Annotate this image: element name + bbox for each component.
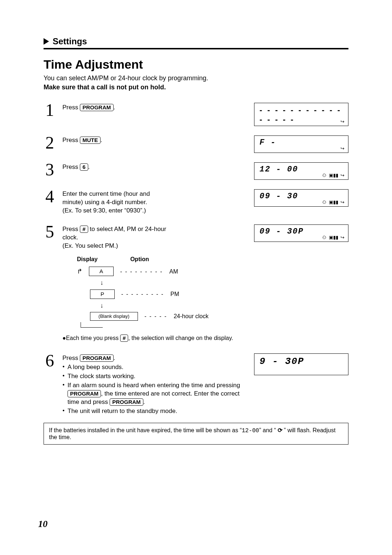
loop-arrow-icon: ↱ (77, 267, 82, 276)
arrow-icon (340, 119, 344, 124)
lcd-display-4: 09 - 30 (254, 189, 348, 207)
step-body: Press PROGRAM. (62, 101, 248, 112)
col-option: Option (130, 255, 149, 263)
clock-icon (322, 199, 327, 205)
step-body: Press PROGRAM. A long beep sounds. The c… (62, 352, 248, 416)
hash-button-label: # (120, 335, 128, 342)
program-button-label: PROGRAM (80, 104, 113, 111)
down-arrow-icon: ↓ (100, 278, 248, 287)
lcd-text: 9 - 30P (260, 356, 344, 367)
text: Press # to select AM, PM or 24-hour (62, 225, 248, 234)
lcd-icons (322, 235, 344, 240)
arrow-icon (340, 235, 344, 240)
list-item: If an alarm sound is heard when entering… (62, 381, 248, 406)
step-number: 5 (44, 223, 56, 240)
col-display: Display (77, 255, 98, 263)
text: Press PROGRAM. (62, 354, 248, 362)
table-row: P - - - - - - - - - PM (77, 289, 248, 299)
lcd-icons (340, 119, 344, 124)
clock-icon (322, 235, 327, 240)
text: minute) using a 4-digit number. (62, 198, 248, 207)
step-3: 3 Press 6. 12 - 00 (44, 161, 348, 180)
battery-icon (329, 199, 338, 205)
step-number: 2 (44, 134, 56, 151)
table-header: Display Option (77, 255, 248, 263)
text: Press (62, 355, 80, 361)
lcd-column: 9 - 30P (254, 352, 348, 375)
step-number: 4 (44, 188, 56, 205)
intro-line-1: You can select AM/PM or 24-hour clock by… (44, 74, 348, 82)
step-5: 5 Press # to select AM, PM or 24-hour cl… (44, 223, 348, 344)
display-box: (Blank display) (90, 312, 138, 321)
divider (44, 48, 348, 49)
dash-icon: - - - - - (144, 312, 167, 320)
lcd-icons (322, 199, 344, 205)
step-body: Press 6. (62, 161, 248, 171)
loop-line-icon (81, 322, 103, 328)
text: . (114, 355, 115, 361)
step-1: 1 Press PROGRAM. - - - - - - - - - - - -… (44, 101, 348, 126)
text: Each time you press (66, 335, 120, 341)
lcd-display-6: 9 - 30P (254, 353, 348, 375)
lcd-column: 09 - 30 (254, 188, 348, 207)
list-item: The unit will return to the standby mode… (62, 407, 248, 416)
step-body: Enter the current time (hour and minute)… (62, 188, 248, 215)
text: . (114, 104, 115, 111)
table-row: ↱ A - - - - - - - - - AM (77, 267, 248, 276)
display-box: A (89, 267, 114, 276)
lcd-text: - - - - - - - - - - - - - - - - (260, 105, 344, 124)
step-2: 2 Press MUTE. F - (44, 134, 348, 153)
section-header: Settings (44, 36, 348, 46)
lcd-column: - - - - - - - - - - - - - - - - (254, 101, 348, 126)
play-icon (44, 38, 49, 45)
clock-icon (322, 173, 327, 178)
lcd-display-5: 09 - 30P (254, 224, 348, 242)
step-4: 4 Enter the current time (hour and minut… (44, 188, 348, 215)
manual-page: Settings Time Adjustment You can select … (0, 0, 392, 555)
text: If an alarm sound is heard when entering… (68, 382, 240, 389)
text: clock. (62, 234, 248, 242)
bullet-list: A long beep sounds. The clock starts wor… (62, 363, 248, 416)
text: Enter the current time (hour and (62, 190, 248, 198)
display-option-table: Display Option ↱ A - - - - - - - - - AM … (77, 255, 248, 328)
page-title: Time Adjustment (44, 57, 348, 72)
option-label: 24-hour clock (173, 312, 208, 320)
step-body: Press # to select AM, PM or 24-hour cloc… (62, 223, 248, 344)
page-number: 10 (38, 519, 48, 530)
step-number: 3 (44, 161, 56, 178)
lcd-display-3: 12 - 00 (254, 162, 348, 180)
text: (Ex. To set 9:30, enter “0930”.) (62, 207, 248, 215)
table-row: (Blank display) - - - - - 24-hour clock (77, 312, 248, 321)
mono-text: 12-00 (242, 428, 259, 434)
step-body: Press MUTE. (62, 134, 248, 145)
battery-note: If the batteries installed in the unit h… (44, 423, 348, 445)
text: If the batteries installed in the unit h… (49, 427, 242, 433)
down-arrow-icon: ↓ (100, 301, 248, 310)
text: . (88, 163, 90, 170)
intro-line-2: Make sure that a call is not put on hold… (44, 84, 348, 91)
arrow-icon (340, 146, 344, 151)
text: , the selection will change on the displ… (128, 335, 233, 341)
text: . (101, 137, 102, 143)
list-item: A long beep sounds. (62, 363, 248, 372)
lcd-column: 09 - 30P (254, 223, 348, 242)
mute-button-label: MUTE (80, 137, 101, 144)
text: . (143, 398, 145, 405)
battery-icon (329, 235, 338, 240)
step-6: 6 Press PROGRAM. A long beep sounds. The… (44, 352, 348, 416)
lcd-display-1: - - - - - - - - - - - - - - - - (254, 103, 348, 126)
text: to select AM, PM or 24-hour (88, 226, 166, 232)
program-button-label: PROGRAM (68, 390, 101, 397)
text: Press (62, 226, 80, 232)
lcd-icons (340, 146, 344, 151)
battery-icon (329, 173, 338, 178)
lcd-icons (322, 173, 344, 178)
arrow-icon (340, 199, 344, 205)
text: (Ex. You select PM.) (62, 242, 248, 250)
hash-button-label: # (80, 226, 88, 233)
step-list: 1 Press PROGRAM. - - - - - - - - - - - -… (44, 101, 348, 416)
hash-note: ●Each time you press #, the selection wi… (62, 334, 248, 342)
display-box: P (90, 289, 115, 299)
section-label: Settings (53, 36, 87, 46)
program-button-label: PROGRAM (80, 355, 113, 362)
